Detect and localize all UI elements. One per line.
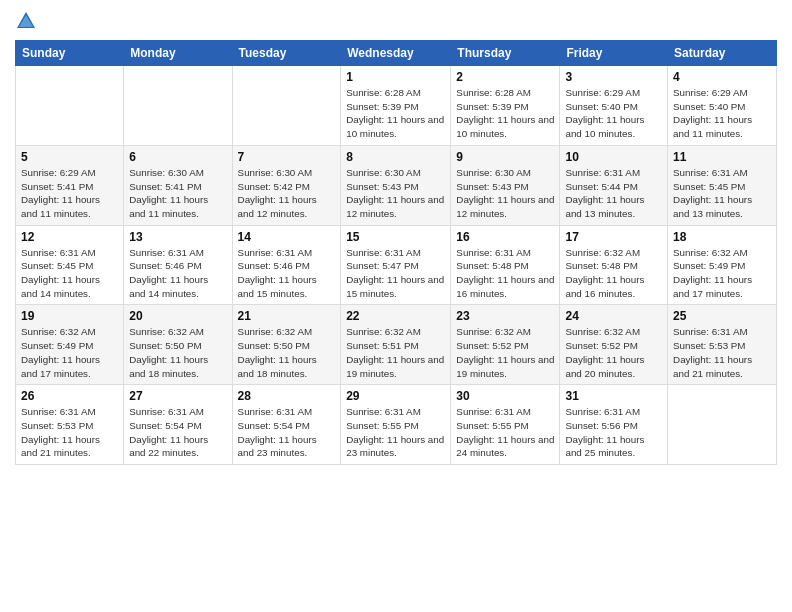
day-info: Sunrise: 6:32 AM Sunset: 5:51 PM Dayligh… [346, 325, 445, 380]
calendar-cell: 21Sunrise: 6:32 AM Sunset: 5:50 PM Dayli… [232, 305, 341, 385]
day-info: Sunrise: 6:32 AM Sunset: 5:49 PM Dayligh… [21, 325, 118, 380]
day-info: Sunrise: 6:29 AM Sunset: 5:41 PM Dayligh… [21, 166, 118, 221]
day-info: Sunrise: 6:31 AM Sunset: 5:44 PM Dayligh… [565, 166, 662, 221]
day-info: Sunrise: 6:28 AM Sunset: 5:39 PM Dayligh… [346, 86, 445, 141]
calendar-cell: 9Sunrise: 6:30 AM Sunset: 5:43 PM Daylig… [451, 145, 560, 225]
calendar-cell: 29Sunrise: 6:31 AM Sunset: 5:55 PM Dayli… [341, 385, 451, 465]
calendar-cell: 1Sunrise: 6:28 AM Sunset: 5:39 PM Daylig… [341, 66, 451, 146]
calendar-cell [232, 66, 341, 146]
day-number: 5 [21, 150, 118, 164]
day-number: 24 [565, 309, 662, 323]
calendar-cell: 20Sunrise: 6:32 AM Sunset: 5:50 PM Dayli… [124, 305, 232, 385]
calendar-cell: 19Sunrise: 6:32 AM Sunset: 5:49 PM Dayli… [16, 305, 124, 385]
day-info: Sunrise: 6:28 AM Sunset: 5:39 PM Dayligh… [456, 86, 554, 141]
day-number: 9 [456, 150, 554, 164]
logo [15, 10, 40, 32]
calendar-cell: 17Sunrise: 6:32 AM Sunset: 5:48 PM Dayli… [560, 225, 668, 305]
logo-icon [15, 10, 37, 32]
calendar-cell: 27Sunrise: 6:31 AM Sunset: 5:54 PM Dayli… [124, 385, 232, 465]
calendar-cell: 14Sunrise: 6:31 AM Sunset: 5:46 PM Dayli… [232, 225, 341, 305]
day-number: 25 [673, 309, 771, 323]
weekday-header-sunday: Sunday [16, 41, 124, 66]
day-number: 13 [129, 230, 226, 244]
day-number: 6 [129, 150, 226, 164]
day-number: 20 [129, 309, 226, 323]
day-number: 29 [346, 389, 445, 403]
day-number: 8 [346, 150, 445, 164]
day-info: Sunrise: 6:31 AM Sunset: 5:55 PM Dayligh… [346, 405, 445, 460]
day-info: Sunrise: 6:31 AM Sunset: 5:45 PM Dayligh… [21, 246, 118, 301]
calendar-cell: 24Sunrise: 6:32 AM Sunset: 5:52 PM Dayli… [560, 305, 668, 385]
day-number: 19 [21, 309, 118, 323]
day-info: Sunrise: 6:30 AM Sunset: 5:41 PM Dayligh… [129, 166, 226, 221]
day-number: 21 [238, 309, 336, 323]
day-number: 22 [346, 309, 445, 323]
weekday-header-tuesday: Tuesday [232, 41, 341, 66]
calendar-cell: 18Sunrise: 6:32 AM Sunset: 5:49 PM Dayli… [668, 225, 777, 305]
day-number: 11 [673, 150, 771, 164]
day-number: 2 [456, 70, 554, 84]
day-number: 1 [346, 70, 445, 84]
day-number: 26 [21, 389, 118, 403]
calendar-cell [124, 66, 232, 146]
calendar-cell: 15Sunrise: 6:31 AM Sunset: 5:47 PM Dayli… [341, 225, 451, 305]
day-info: Sunrise: 6:31 AM Sunset: 5:54 PM Dayligh… [238, 405, 336, 460]
header [15, 10, 777, 32]
calendar-cell [16, 66, 124, 146]
calendar-cell: 11Sunrise: 6:31 AM Sunset: 5:45 PM Dayli… [668, 145, 777, 225]
day-info: Sunrise: 6:31 AM Sunset: 5:54 PM Dayligh… [129, 405, 226, 460]
day-info: Sunrise: 6:32 AM Sunset: 5:52 PM Dayligh… [456, 325, 554, 380]
day-number: 27 [129, 389, 226, 403]
weekday-header-monday: Monday [124, 41, 232, 66]
day-number: 18 [673, 230, 771, 244]
day-number: 17 [565, 230, 662, 244]
day-info: Sunrise: 6:31 AM Sunset: 5:46 PM Dayligh… [238, 246, 336, 301]
weekday-header-saturday: Saturday [668, 41, 777, 66]
day-number: 7 [238, 150, 336, 164]
calendar-cell: 8Sunrise: 6:30 AM Sunset: 5:43 PM Daylig… [341, 145, 451, 225]
day-number: 15 [346, 230, 445, 244]
day-number: 28 [238, 389, 336, 403]
weekday-header-wednesday: Wednesday [341, 41, 451, 66]
calendar-cell: 26Sunrise: 6:31 AM Sunset: 5:53 PM Dayli… [16, 385, 124, 465]
weekday-header-friday: Friday [560, 41, 668, 66]
day-number: 30 [456, 389, 554, 403]
day-number: 14 [238, 230, 336, 244]
day-info: Sunrise: 6:32 AM Sunset: 5:50 PM Dayligh… [129, 325, 226, 380]
day-info: Sunrise: 6:32 AM Sunset: 5:48 PM Dayligh… [565, 246, 662, 301]
calendar-cell [668, 385, 777, 465]
day-number: 31 [565, 389, 662, 403]
day-number: 12 [21, 230, 118, 244]
day-info: Sunrise: 6:32 AM Sunset: 5:52 PM Dayligh… [565, 325, 662, 380]
calendar-cell: 13Sunrise: 6:31 AM Sunset: 5:46 PM Dayli… [124, 225, 232, 305]
day-info: Sunrise: 6:32 AM Sunset: 5:50 PM Dayligh… [238, 325, 336, 380]
calendar-cell: 3Sunrise: 6:29 AM Sunset: 5:40 PM Daylig… [560, 66, 668, 146]
day-info: Sunrise: 6:30 AM Sunset: 5:43 PM Dayligh… [456, 166, 554, 221]
calendar-cell: 28Sunrise: 6:31 AM Sunset: 5:54 PM Dayli… [232, 385, 341, 465]
day-info: Sunrise: 6:31 AM Sunset: 5:53 PM Dayligh… [21, 405, 118, 460]
day-info: Sunrise: 6:31 AM Sunset: 5:46 PM Dayligh… [129, 246, 226, 301]
calendar-cell: 12Sunrise: 6:31 AM Sunset: 5:45 PM Dayli… [16, 225, 124, 305]
calendar-cell: 5Sunrise: 6:29 AM Sunset: 5:41 PM Daylig… [16, 145, 124, 225]
calendar-cell: 22Sunrise: 6:32 AM Sunset: 5:51 PM Dayli… [341, 305, 451, 385]
day-info: Sunrise: 6:32 AM Sunset: 5:49 PM Dayligh… [673, 246, 771, 301]
day-info: Sunrise: 6:31 AM Sunset: 5:56 PM Dayligh… [565, 405, 662, 460]
calendar-cell: 23Sunrise: 6:32 AM Sunset: 5:52 PM Dayli… [451, 305, 560, 385]
day-number: 23 [456, 309, 554, 323]
day-info: Sunrise: 6:31 AM Sunset: 5:47 PM Dayligh… [346, 246, 445, 301]
calendar-cell: 6Sunrise: 6:30 AM Sunset: 5:41 PM Daylig… [124, 145, 232, 225]
day-number: 10 [565, 150, 662, 164]
calendar-cell: 7Sunrise: 6:30 AM Sunset: 5:42 PM Daylig… [232, 145, 341, 225]
calendar-cell: 25Sunrise: 6:31 AM Sunset: 5:53 PM Dayli… [668, 305, 777, 385]
calendar-table: SundayMondayTuesdayWednesdayThursdayFrid… [15, 40, 777, 465]
day-number: 16 [456, 230, 554, 244]
day-info: Sunrise: 6:31 AM Sunset: 5:45 PM Dayligh… [673, 166, 771, 221]
day-info: Sunrise: 6:30 AM Sunset: 5:43 PM Dayligh… [346, 166, 445, 221]
calendar-cell: 10Sunrise: 6:31 AM Sunset: 5:44 PM Dayli… [560, 145, 668, 225]
calendar-cell: 31Sunrise: 6:31 AM Sunset: 5:56 PM Dayli… [560, 385, 668, 465]
calendar-cell: 2Sunrise: 6:28 AM Sunset: 5:39 PM Daylig… [451, 66, 560, 146]
day-number: 3 [565, 70, 662, 84]
day-info: Sunrise: 6:30 AM Sunset: 5:42 PM Dayligh… [238, 166, 336, 221]
calendar-cell: 30Sunrise: 6:31 AM Sunset: 5:55 PM Dayli… [451, 385, 560, 465]
day-number: 4 [673, 70, 771, 84]
